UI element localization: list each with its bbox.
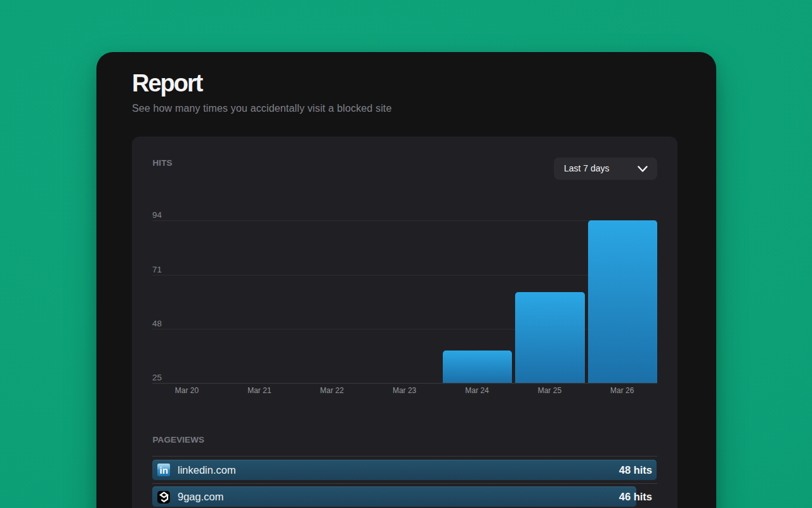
svg-text:in: in xyxy=(160,465,168,476)
